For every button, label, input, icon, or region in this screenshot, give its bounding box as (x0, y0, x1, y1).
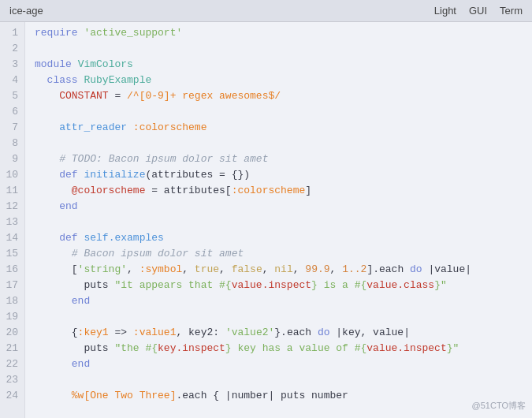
line-num-13: 13 (0, 215, 24, 230)
code-line-18: end (35, 293, 532, 309)
line-numbers: 1 2 3 4 5 6 7 8 9 10 11 12 13 14 15 16 1… (0, 22, 25, 418)
line-num-17: 17 (0, 278, 24, 293)
term-button[interactable]: Term (500, 5, 523, 17)
line-num-22: 22 (0, 356, 24, 372)
watermark: @51CTO博客 (472, 400, 526, 412)
code-line-12: end (35, 199, 532, 215)
code-line-24: %w[One Two Three].each { |number| puts n… (35, 388, 532, 404)
line-num-18: 18 (0, 293, 24, 309)
code-line-1: require 'active_support' (35, 25, 532, 41)
code-line-3: module VimColors (35, 57, 532, 73)
window-title: ice-age (9, 5, 43, 17)
code-line-10: def initialize(attributes = {}) (35, 167, 532, 183)
line-num-12: 12 (0, 199, 24, 215)
line-num-9: 9 (0, 151, 24, 167)
code-line-2 (35, 41, 532, 57)
code-line-5: CONSTANT = /^[0-9]+ regex awesomes$/ (35, 88, 532, 104)
line-num-24: 24 (0, 388, 24, 404)
code-line-19 (35, 309, 532, 325)
line-num-23: 23 (0, 372, 24, 388)
line-num-20: 20 (0, 325, 24, 341)
code-line-22: end (35, 356, 532, 372)
line-num-14: 14 (0, 230, 24, 246)
line-num-3: 3 (0, 57, 24, 73)
light-button[interactable]: Light (434, 5, 456, 17)
code-line-7: attr_reader :colorscheme (35, 120, 532, 136)
code-line-4: class RubyExample (35, 73, 532, 88)
line-num-21: 21 (0, 341, 24, 356)
line-num-8: 8 (0, 136, 24, 151)
line-num-4: 4 (0, 73, 24, 88)
line-num-6: 6 (0, 104, 24, 120)
line-num-2: 2 (0, 41, 24, 57)
code-line-13 (35, 215, 532, 230)
code-line-9: # TODO: Bacon ipsum dolor sit amet (35, 151, 532, 167)
titlebar-buttons: Light GUI Term (434, 5, 523, 17)
code-line-8 (35, 136, 532, 151)
code-line-23 (35, 372, 532, 388)
code-line-17: puts "it appears that #{value.inspect} i… (35, 278, 532, 293)
gui-button[interactable]: GUI (469, 5, 487, 17)
line-num-11: 11 (0, 183, 24, 199)
code-line-14: def self.examples (35, 230, 532, 246)
line-num-7: 7 (0, 120, 24, 136)
code-line-11: @colorscheme = attributes[:colorscheme] (35, 183, 532, 199)
titlebar: ice-age Light GUI Term (0, 0, 532, 22)
code-line-15: # Bacon ipsum dolor sit amet (35, 246, 532, 262)
line-num-10: 10 (0, 167, 24, 183)
code-line-16: ['string', :symbol, true, false, nil, 99… (35, 262, 532, 278)
line-num-5: 5 (0, 88, 24, 104)
line-num-16: 16 (0, 262, 24, 278)
code-area[interactable]: require 'active_support' module VimColor… (25, 22, 532, 418)
code-line-20: {:key1 => :value1, key2: 'value2'}.each … (35, 325, 532, 341)
editor: 1 2 3 4 5 6 7 8 9 10 11 12 13 14 15 16 1… (0, 22, 532, 418)
line-num-19: 19 (0, 309, 24, 325)
code-line-21: puts "the #{key.inspect} key has a value… (35, 341, 532, 356)
line-num-15: 15 (0, 246, 24, 262)
code-line-6 (35, 104, 532, 120)
line-num-1: 1 (0, 25, 24, 41)
